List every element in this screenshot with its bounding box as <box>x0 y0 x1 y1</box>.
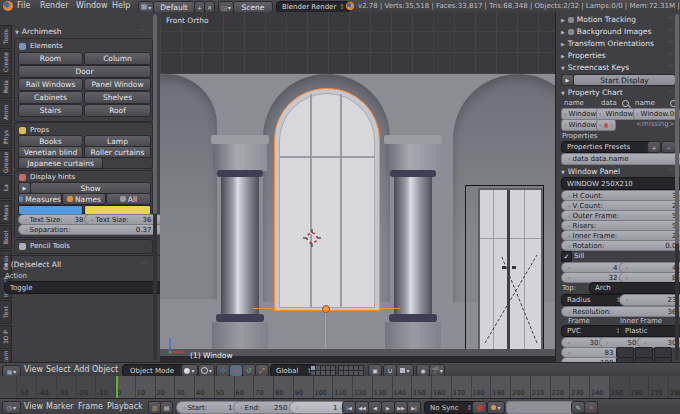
window-selected[interactable] <box>274 88 380 311</box>
cabinets-button[interactable]: Cabinets <box>18 91 83 104</box>
prev-keyframe-button[interactable]: ◀◀ <box>355 401 369 414</box>
layers-grid-1[interactable] <box>310 365 334 374</box>
sidebar-scrollbar-thumb[interactable] <box>675 14 679 244</box>
panel-archimesh-header[interactable]: Archimesh <box>15 27 61 36</box>
measures-button[interactable]: Measures <box>18 193 62 205</box>
insert-keyframe-icon[interactable]: ✎ <box>571 401 585 414</box>
window-preset-dropdown[interactable]: WINDOW 250X210 <box>561 177 680 190</box>
panel-transform-orientations[interactable]: Transform Orientations <box>561 39 654 48</box>
room-button[interactable]: Room <box>18 52 83 65</box>
shelf-tab-grease[interactable]: Grease <box>0 150 12 174</box>
timeline-frame-menu[interactable]: Frame <box>78 402 103 411</box>
preset-remove-button[interactable]: − <box>661 141 676 153</box>
panel-properties[interactable]: Properties <box>561 51 606 60</box>
shelf-tab-create[interactable]: Create <box>0 50 12 74</box>
menu-render[interactable]: Render <box>40 1 68 10</box>
current-frame-marker[interactable] <box>116 376 118 398</box>
all-button[interactable]: All <box>106 193 151 205</box>
frame-material-dropdown[interactable]: PVC <box>561 325 627 337</box>
panel-property-chart[interactable]: Property Chart <box>561 88 623 97</box>
shelf-tab-anim[interactable]: Anim <box>0 100 12 124</box>
menu-file[interactable]: File <box>17 1 30 10</box>
roof-button[interactable]: Roof <box>84 104 151 117</box>
chart-cell[interactable]: Window.002 <box>633 108 680 120</box>
add-menu[interactable]: Add <box>74 365 90 374</box>
data-path-field[interactable]: data data.name <box>561 153 680 165</box>
radius-dropdown[interactable]: Radius <box>561 294 627 306</box>
menu-window[interactable]: Window <box>76 1 108 10</box>
select-menu[interactable]: Select <box>46 365 71 374</box>
door-button[interactable]: Door <box>18 65 151 78</box>
timeline-tick-label: 120 <box>354 389 366 397</box>
lock-time-icon[interactable]: ▤ <box>160 401 173 414</box>
next-keyframe-button[interactable]: ▶▶ <box>394 401 408 414</box>
names-button[interactable]: Names <box>62 193 106 205</box>
sidebar-scrollbar-track[interactable] <box>675 14 679 360</box>
shelf-tab-3d-p[interactable]: 3D P <box>0 325 12 349</box>
blender-logo-icon[interactable] <box>3 1 13 11</box>
radius-value-field[interactable]: 23 <box>619 294 680 306</box>
play-button[interactable]: ▶ <box>381 401 395 414</box>
action-toggle-dropdown[interactable]: Toggle <box>4 281 163 294</box>
shelf-tab-bool[interactable]: Bool <box>0 225 12 249</box>
redo-panel-header[interactable]: (De)select All <box>4 260 61 269</box>
shelf-tab-meas[interactable]: Meas <box>0 200 12 224</box>
pencil-tools-panel[interactable]: Pencil Tools <box>14 239 153 254</box>
view-menu[interactable]: View <box>24 365 43 374</box>
shelf-tab-text[interactable]: Text <box>0 300 12 324</box>
layers-grid-2[interactable] <box>338 365 362 374</box>
play-reverse-button[interactable]: ◀ <box>368 401 382 414</box>
timeline-marker-menu[interactable]: Marker <box>46 402 74 411</box>
panel-screencast-keys[interactable]: Screencast Keys <box>561 63 629 72</box>
shelf-tab-rela[interactable]: Rela <box>0 75 12 99</box>
inner-material-dropdown[interactable]: Plastic <box>619 325 680 337</box>
japanese-curtains-button[interactable]: Japanese curtains <box>18 157 103 169</box>
timeline-gridline <box>589 376 590 398</box>
resolution-field[interactable]: Resolution:36 <box>561 306 680 317</box>
shelf-tab-phys[interactable]: Phys <box>0 125 12 149</box>
preset-add-button[interactable]: + <box>647 141 661 153</box>
object-menu[interactable]: Object <box>92 365 118 374</box>
timeline-gridline <box>95 376 96 398</box>
viewport-3d[interactable]: Front Ortho (1) Window <box>160 12 555 362</box>
delete-keyframe-icon[interactable]: ✕ <box>584 401 598 414</box>
sync-dropdown[interactable]: No Sync <box>424 401 478 414</box>
properties-presets-dropdown[interactable]: Properties Presets <box>561 141 657 153</box>
column-button[interactable]: Column <box>84 52 151 65</box>
start-display-button[interactable]: Start Display <box>573 74 676 86</box>
shelf-scrollbar-thumb[interactable] <box>153 14 157 214</box>
timeline-tick-label: 60 <box>236 389 244 397</box>
chart-cell-icon[interactable] <box>596 119 616 131</box>
separation-field[interactable]: Separation:0.37 <box>18 224 163 235</box>
column-ring-top <box>217 170 263 177</box>
panel-motion-tracking[interactable]: Motion Tracking <box>561 15 636 24</box>
chart-cell[interactable]: Window_G <box>561 119 600 131</box>
current-frame-field[interactable]: 1 <box>289 401 349 414</box>
cursor-3d[interactable] <box>303 229 321 247</box>
jump-to-start-button[interactable]: |◀ <box>342 401 356 414</box>
timeline-tick-label: 30 <box>176 389 184 397</box>
shelf-tab-tools[interactable]: Tools <box>0 25 12 49</box>
menu-help[interactable]: Help <box>112 1 130 10</box>
timeline-playback-menu[interactable]: Playback <box>107 402 143 411</box>
search-icon[interactable] <box>622 100 629 107</box>
shelves-button[interactable]: Shelves <box>84 91 151 104</box>
timeline-view-menu[interactable]: View <box>24 402 43 411</box>
rotation-field[interactable]: Rotation:0.0 <box>561 240 680 251</box>
arch-left[interactable] <box>160 74 217 299</box>
sill-checkbox[interactable]: ✓ <box>561 251 572 262</box>
timeline-ruler[interactable]: -50-40-30-20-100102030405060708090100110… <box>0 376 680 398</box>
shelf-tab-la[interactable]: La <box>0 175 12 199</box>
timeline-editor-icon[interactable]: ◷▾ <box>2 401 21 414</box>
rail-windows-button[interactable]: Rail Windows <box>18 78 83 91</box>
top-type-dropdown[interactable]: Arch <box>589 282 680 294</box>
panel-window-button[interactable]: Panel Window <box>84 78 151 91</box>
timeline-gridline <box>76 376 77 398</box>
jump-to-end-button[interactable]: ▶| <box>407 401 421 414</box>
keying-set-icon[interactable]: ▾ <box>487 401 505 414</box>
record-button[interactable] <box>472 401 487 414</box>
shelf-scrollbar-track[interactable] <box>153 14 157 360</box>
stairs-button[interactable]: Stairs <box>18 104 83 117</box>
panel-window-panel[interactable]: Window Panel <box>561 167 620 176</box>
panel-background-images[interactable]: Background Images <box>561 27 651 36</box>
